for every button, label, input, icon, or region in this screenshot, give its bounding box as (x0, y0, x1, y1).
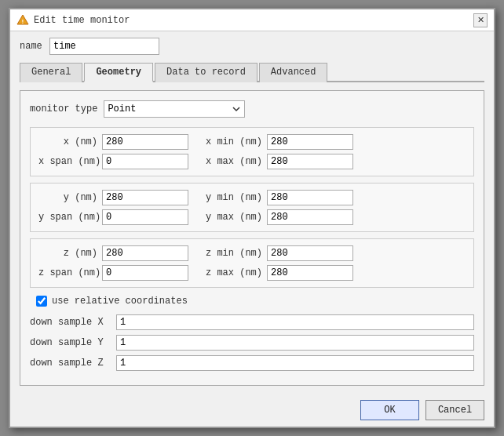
downsample-y-label: down sample Y (30, 337, 116, 348)
relative-coords-checkbox[interactable] (36, 296, 47, 307)
edit-time-monitor-dialog: ! Edit time monitor ✕ name General Geome… (9, 8, 495, 428)
yspan-row: y span (nm) y max (nm) (38, 209, 466, 225)
ok-button[interactable]: OK (360, 400, 419, 420)
xmin-label: x min (nm) (199, 136, 262, 147)
zspan-row: z span (nm) z max (nm) (38, 265, 466, 281)
z-row: z (nm) z min (nm) (38, 245, 466, 261)
svg-text:!: ! (21, 18, 25, 25)
x-row: x (nm) x min (nm) (38, 134, 466, 150)
title-bar-left: ! Edit time monitor (16, 14, 130, 27)
xmax-input[interactable] (267, 154, 353, 169)
zspan-label: z span (nm) (38, 267, 97, 278)
monitor-type-label: monitor type (30, 104, 97, 114)
downsample-x-row: down sample X (30, 314, 474, 330)
monitor-type-select[interactable]: Point Linear 2D 3D (104, 100, 245, 118)
downsample-y-row: down sample Y (30, 335, 474, 351)
xmin-input[interactable] (267, 134, 353, 150)
xspan-label: x span (nm) (38, 156, 97, 167)
button-row: OK Cancel (10, 392, 494, 427)
xspan-input[interactable] (102, 154, 188, 169)
yspan-label: y span (nm) (38, 212, 97, 223)
relative-coords-label[interactable]: use relative coordinates (52, 296, 188, 307)
zmax-label: z max (nm) (199, 267, 262, 278)
z-section: z (nm) z min (nm) z span (nm) z max (nm) (30, 238, 474, 288)
zmin-label: z min (nm) (199, 248, 262, 259)
y-row: y (nm) y min (nm) (38, 190, 466, 205)
downsample-z-label: down sample Z (30, 358, 116, 369)
downsample-z-input[interactable] (116, 355, 474, 371)
y-input[interactable] (102, 190, 188, 205)
xmax-label: x max (nm) (199, 156, 262, 167)
xspan-row: x span (nm) x max (nm) (38, 154, 466, 169)
monitor-type-row: monitor type Point Linear 2D 3D (30, 100, 474, 118)
name-row: name (20, 38, 484, 55)
tab-geometry[interactable]: Geometry (84, 63, 153, 82)
close-button[interactable]: ✕ (473, 13, 488, 27)
tab-advanced[interactable]: Advanced (259, 63, 328, 82)
z-label: z (nm) (38, 248, 97, 259)
tab-general[interactable]: General (20, 63, 82, 82)
ymax-input[interactable] (267, 209, 353, 225)
ymin-label: y min (nm) (199, 192, 262, 203)
downsample-x-label: down sample X (30, 317, 116, 328)
downsample-z-row: down sample Z (30, 355, 474, 371)
downsample-x-input[interactable] (116, 314, 474, 330)
tabs-bar: General Geometry Data to record Advanced (20, 61, 484, 82)
dialog-title: Edit time monitor (34, 15, 130, 26)
zmax-input[interactable] (267, 265, 353, 281)
dialog-body: name General Geometry Data to record Adv… (10, 31, 494, 392)
zmin-input[interactable] (267, 245, 353, 261)
app-icon: ! (16, 14, 29, 27)
x-label: x (nm) (38, 136, 97, 147)
y-label: y (nm) (38, 192, 97, 203)
yspan-input[interactable] (102, 209, 188, 225)
y-section: y (nm) y min (nm) y span (nm) y max (nm) (30, 183, 474, 232)
tab-data-to-record[interactable]: Data to record (155, 63, 257, 82)
title-bar: ! Edit time monitor ✕ (10, 9, 494, 31)
z-input[interactable] (102, 245, 188, 261)
zspan-input[interactable] (102, 265, 188, 281)
x-input[interactable] (102, 134, 188, 150)
ymin-input[interactable] (267, 190, 353, 205)
name-input[interactable] (49, 38, 159, 55)
monitor-type-select-wrapper: Point Linear 2D 3D (104, 100, 245, 118)
name-label: name (20, 41, 43, 52)
x-section: x (nm) x min (nm) x span (nm) x max (nm) (30, 127, 474, 176)
ymax-label: y max (nm) (199, 212, 262, 223)
downsample-section: down sample X down sample Y down sample … (30, 314, 474, 371)
downsample-y-input[interactable] (116, 335, 474, 351)
geometry-content: monitor type Point Linear 2D 3D x (nm) x… (20, 90, 484, 386)
relative-coords-row: use relative coordinates (36, 296, 474, 307)
cancel-button[interactable]: Cancel (425, 400, 484, 420)
